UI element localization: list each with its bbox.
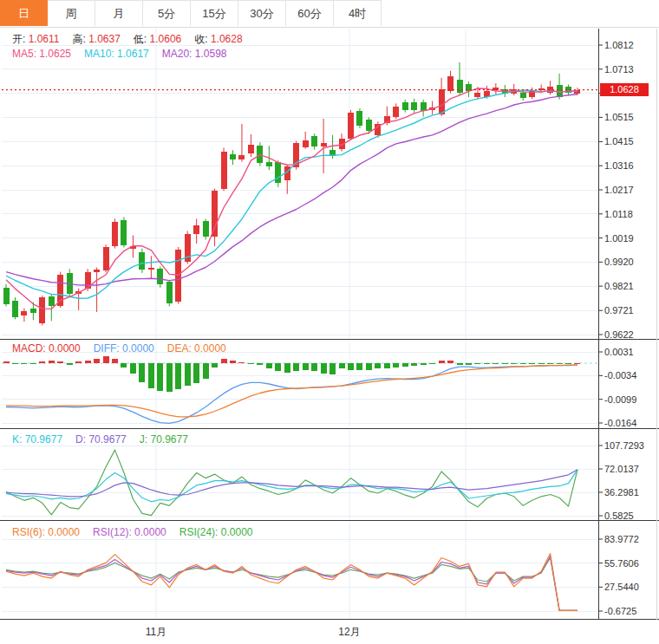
y-axis-label: 1.0217 (604, 185, 634, 195)
legend-item: 开: 1.0611 (12, 32, 59, 47)
ohlc-legend: 开: 1.0611高: 1.0637低: 1.0606收: 1.0628 (12, 32, 256, 47)
y-axis-label: 1.0415 (604, 136, 634, 146)
y-axis-label: -0.0164 (604, 418, 636, 428)
kdj-legend: K: 70.9677D: 70.9677J: 70.9677 (12, 433, 201, 446)
legend-item: MACD: 0.0000 (12, 342, 81, 355)
legend-item: MA5: 1.0625 (12, 48, 71, 60)
chart-right-border (656, 29, 657, 642)
current-price-badge: 1.0628 (600, 83, 649, 96)
legend-item: DEA: 0.0000 (167, 342, 226, 355)
y-axis-label: 1.0515 (604, 112, 634, 122)
y-axis-label: 72.0137 (604, 464, 639, 474)
y-axis-label: 1.0713 (604, 64, 634, 75)
legend-item: 收: 1.0628 (194, 32, 242, 47)
y-axis-label: 0.0031 (604, 347, 634, 357)
y-axis-label: 1.0019 (604, 233, 634, 244)
y-axis-label: 107.7293 (604, 440, 644, 451)
y-axis-label: -0.0099 (604, 394, 636, 405)
y-axis-label: 27.5440 (604, 582, 639, 592)
y-axis-label: 0.5825 (604, 511, 634, 521)
legend-item: RSI(24): 0.0000 (179, 526, 253, 538)
y-axis-label: 36.2981 (604, 487, 639, 498)
legend-item: J: 70.9677 (140, 433, 188, 446)
legend-item: MA10: 1.0617 (84, 48, 149, 60)
legend-item: DIFF: 0.0000 (94, 342, 154, 355)
x-axis-label: 11月 (146, 625, 166, 640)
legend-item: K: 70.9677 (12, 433, 62, 446)
panel-separator (0, 428, 659, 429)
y-axis-label: -0.0034 (604, 370, 636, 381)
panel-separator (0, 339, 659, 340)
y-axis-label: 1.0118 (604, 209, 633, 219)
y-axis-label: 0.9721 (604, 305, 634, 315)
legend-item: RSI(6): 0.0000 (12, 526, 80, 538)
panel-separator (0, 520, 659, 521)
y-axis-label: 0.9821 (604, 281, 634, 291)
x-axis-label: 12月 (338, 625, 360, 640)
y-axis-label: 83.9772 (604, 534, 639, 544)
macd-legend: MACD: 0.0000DIFF: 0.0000DEA: 0.0000 (12, 342, 239, 355)
y-axis-label: 55.7606 (604, 558, 639, 569)
trading-chart-app: 日周月5分15分30分60分4时 开: 1.0611高: 1.0637低: 1.… (0, 0, 659, 644)
y-axis-label: -0.6725 (604, 606, 636, 616)
legend-item: RSI(12): 0.0000 (93, 526, 166, 538)
legend-item: 低: 1.0606 (134, 32, 181, 47)
legend-item: D: 70.9677 (75, 433, 127, 446)
x-axis-band (0, 620, 659, 642)
y-axis-label: 0.9920 (604, 257, 634, 267)
y-axis-label: 1.0316 (604, 160, 634, 171)
y-axis-label: 1.0812 (604, 40, 634, 50)
ma-legend: MA5: 1.0625MA10: 1.0617MA20: 1.0598 (12, 48, 239, 60)
rsi-legend: RSI(6): 0.0000RSI(12): 0.0000RSI(24): 0.… (12, 526, 265, 538)
legend-item: MA20: 1.0598 (162, 48, 227, 60)
legend-item: 高: 1.0637 (72, 32, 120, 47)
y-axis-line (598, 29, 599, 642)
y-axis-label: 0.9622 (604, 329, 634, 340)
chart-plot-area[interactable] (0, 0, 659, 644)
